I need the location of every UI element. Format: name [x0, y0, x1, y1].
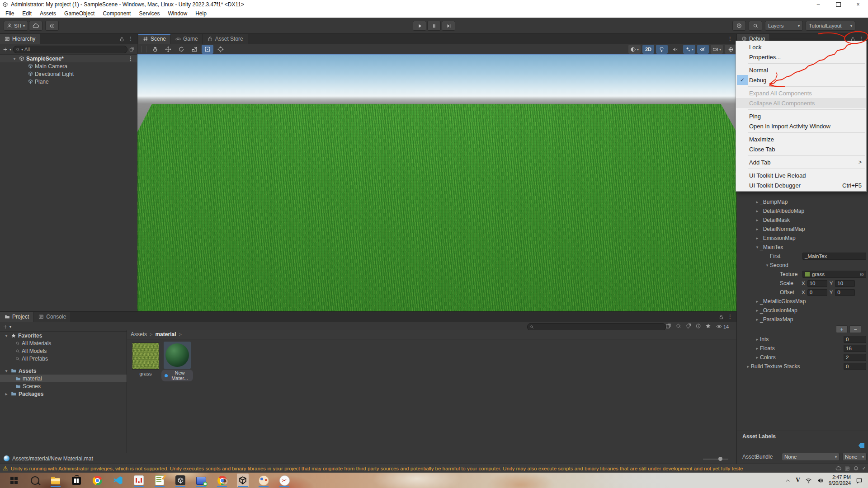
debug-property-row[interactable]: ▸_DetailMask: [737, 216, 868, 225]
hidden-count-toggle[interactable]: 14: [716, 324, 729, 329]
tab-project[interactable]: Project: [0, 312, 34, 322]
label-tag-icon[interactable]: [859, 443, 864, 448]
undo-history-button[interactable]: [732, 21, 746, 31]
tab-game[interactable]: Game: [171, 34, 203, 44]
disclosure-arrow-icon[interactable]: ▸: [755, 227, 760, 231]
asset-new-material[interactable]: New Mater...: [161, 342, 193, 381]
add-icon[interactable]: [3, 324, 8, 329]
cloud-button[interactable]: [29, 21, 42, 31]
y-value-field[interactable]: 0: [835, 289, 855, 296]
taskbar-remote-desktop[interactable]: [195, 474, 207, 487]
kebab-menu-icon[interactable]: ⋮: [727, 314, 733, 320]
build-texture-stacks-row[interactable]: ▸Build Texture Stacks0: [737, 362, 868, 371]
thumbnail-zoom-slider[interactable]: [703, 459, 728, 460]
scale-tool-button[interactable]: [189, 45, 200, 54]
menu-item-lock[interactable]: Lock: [736, 42, 866, 52]
rotate-tool-button[interactable]: [175, 45, 187, 54]
disclosure-arrow-icon[interactable]: ▸: [755, 346, 760, 351]
tree-all-prefabs[interactable]: All Prefabs: [0, 355, 127, 362]
rect-tool-button[interactable]: [202, 45, 213, 54]
wifi-icon[interactable]: [805, 477, 812, 484]
taskbar-clock[interactable]: 2:47 PM 9/20/2024: [829, 474, 851, 486]
taskbar-snipping-tool[interactable]: ✂: [278, 474, 290, 487]
menu-item-open-in-import-activity-window[interactable]: Open in Import Activity Window: [736, 121, 866, 131]
disclosure-arrow-icon[interactable]: ▸: [755, 236, 760, 240]
menu-item-collapse-all-components[interactable]: Collapse All Components: [736, 98, 866, 108]
chevron-down-icon[interactable]: ▾: [9, 325, 11, 329]
tree-assets[interactable]: ▾Assets: [0, 367, 127, 375]
assetbundle-dropdown[interactable]: None▾: [782, 453, 840, 461]
disclosure-arrow-icon[interactable]: ▾: [755, 245, 760, 249]
tab-asset-store[interactable]: Asset Store: [203, 34, 248, 44]
remove-element-button[interactable]: −: [849, 325, 861, 333]
tree-packages[interactable]: ▸Packages: [0, 390, 127, 398]
debug-property-row[interactable]: ▸_ParallaxMap: [737, 315, 868, 324]
account-button[interactable]: SH ▾: [4, 21, 28, 31]
x-value-field[interactable]: 0: [807, 289, 827, 296]
taskbar-chrome-profile[interactable]: [216, 474, 228, 487]
taskbar-search[interactable]: [29, 474, 41, 487]
vivaldi-icon[interactable]: V: [796, 477, 800, 484]
transform-tool-button[interactable]: [215, 45, 226, 54]
console-icon[interactable]: [844, 466, 850, 471]
scene-picking-icon[interactable]: [129, 47, 134, 52]
disclosure-arrow-icon[interactable]: ▸: [755, 209, 760, 213]
menu-item-properties-[interactable]: Properties...: [736, 52, 866, 62]
debug-property-row[interactable]: ▾_MainTex: [737, 243, 868, 252]
open-in-window-icon[interactable]: [665, 323, 671, 329]
lock-icon[interactable]: [719, 314, 724, 319]
tab-scene[interactable]: Scene: [138, 34, 171, 44]
tab-console[interactable]: Console: [34, 312, 71, 322]
disclosure-arrow-icon[interactable]: ▸: [755, 299, 760, 304]
object-field[interactable]: grass⊙: [802, 271, 866, 278]
taskbar-unity-hub[interactable]: [175, 474, 186, 487]
scene-audio-toggle[interactable]: [670, 45, 681, 54]
maximize-button[interactable]: [828, 0, 848, 9]
debug-property-row[interactable]: ▸_DetailNormalMap: [737, 225, 868, 234]
menu-services[interactable]: Services: [135, 9, 164, 18]
add-element-button[interactable]: +: [836, 325, 848, 333]
admin-warning-bar[interactable]: ⚠ Unity is running with Administrator pr…: [0, 464, 868, 473]
notification-center-icon[interactable]: [856, 477, 863, 484]
play-button[interactable]: [413, 21, 426, 31]
hand-tool-button[interactable]: [149, 45, 161, 54]
debug-property-row[interactable]: ▸_OcclusionMap: [737, 306, 868, 315]
tree-all-models[interactable]: All Models: [0, 347, 127, 355]
scene-visibility-toggle[interactable]: [697, 45, 709, 54]
volume-icon[interactable]: [817, 477, 824, 484]
menu-item-add-tab[interactable]: Add Tab>: [736, 157, 866, 167]
disclosure-arrow-icon[interactable]: ▸: [755, 337, 760, 342]
cloud-icon[interactable]: [835, 465, 841, 471]
favorites-icon[interactable]: [705, 323, 711, 329]
counter-row-ints[interactable]: ▸Ints0: [737, 335, 868, 344]
taskbar-start[interactable]: [8, 474, 20, 487]
kebab-menu-icon[interactable]: ⋮: [128, 56, 137, 62]
move-tool-button[interactable]: [162, 45, 174, 54]
counter-row-floats[interactable]: ▸Floats16: [737, 344, 868, 353]
debug-property-row[interactable]: First_MainTex: [737, 252, 868, 261]
menu-component[interactable]: Component: [99, 9, 135, 18]
debug-property-row[interactable]: ▸_DetailAlbedoMap: [737, 206, 868, 216]
debug-property-row[interactable]: ScaleX10Y10: [737, 279, 868, 288]
scene-viewport[interactable]: [137, 54, 736, 311]
menu-edit[interactable]: Edit: [18, 9, 36, 18]
hierarchy-item-directional-light[interactable]: Directional Light: [0, 70, 137, 78]
menu-gameobject[interactable]: GameObject: [60, 9, 99, 18]
menu-file[interactable]: File: [1, 9, 18, 18]
taskbar-unity-editor[interactable]: [237, 474, 249, 487]
debug-property-row[interactable]: OffsetX0Y0: [737, 288, 868, 297]
disclosure-arrow-icon[interactable]: ▸: [745, 364, 751, 369]
gizmos-dropdown[interactable]: [725, 45, 736, 54]
menu-item-maximize[interactable]: Maximize: [736, 134, 866, 144]
label-icon[interactable]: [685, 323, 691, 329]
x-value-field[interactable]: 10: [807, 280, 827, 287]
check-icon[interactable]: ✓: [862, 465, 866, 471]
menu-help[interactable]: Help: [191, 9, 211, 18]
debug-property-row[interactable]: Texturegrass⊙: [737, 270, 868, 279]
menu-item-close-tab[interactable]: Close Tab: [736, 144, 866, 154]
layers-dropdown[interactable]: Layers▾: [765, 21, 803, 31]
scene-lighting-toggle[interactable]: [656, 45, 668, 54]
disclosure-arrow-icon[interactable]: ▸: [755, 355, 760, 360]
menu-item-ui-toolkit-live-reload[interactable]: UI Toolkit Live Reload: [736, 170, 866, 180]
hierarchy-item-plane[interactable]: Plane: [0, 78, 137, 85]
